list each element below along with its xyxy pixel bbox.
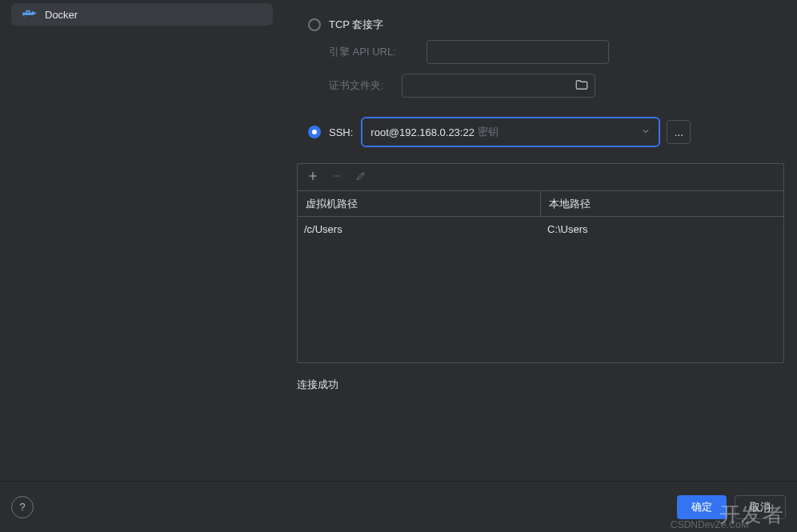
radio-tcp[interactable] [308,18,321,31]
cancel-button[interactable]: 取消 [735,495,786,519]
folder-icon[interactable] [575,78,589,94]
table-body: /c/Users C:\Users [298,217,783,362]
chevron-down-icon [641,126,651,138]
remove-icon[interactable] [331,170,342,184]
sidebar-item-label: Docker [45,9,78,21]
edit-icon[interactable] [355,170,366,184]
table-header: 虚拟机路径 本地路径 [298,191,783,217]
dialog-footer: ? 确定 取消 开发者 CSDNDevZe.CoM [0,481,797,532]
svg-rect-3 [26,10,28,12]
docker-icon [22,9,37,20]
ssh-host: root@192.168.0.23:22 [370,126,475,138]
ssh-auth: 密钥 [478,125,499,139]
cell-local: C:\Users [541,223,783,235]
table-toolbar [298,164,783,191]
cert-folder-input[interactable] [402,74,595,98]
col-local-path: 本地路径 [541,197,783,211]
cell-vm: /c/Users [298,223,541,235]
cert-folder-label: 证书文件夹: [329,78,384,93]
table-row[interactable]: /c/Users C:\Users [298,217,783,241]
sidebar: Docker [0,0,284,481]
ssh-label: SSH: [329,126,353,138]
engine-api-input[interactable] [427,40,609,64]
sidebar-item-docker[interactable]: Docker [11,3,273,26]
ok-button[interactable]: 确定 [677,495,727,519]
path-mapping-table: 虚拟机路径 本地路径 /c/Users C:\Users [297,163,784,363]
tcp-label: TCP 套接字 [329,18,383,32]
connection-status: 连接成功 [297,378,784,392]
help-button[interactable]: ? [11,496,34,518]
watermark-sub: CSDNDevZe.CoM [671,519,749,530]
col-vm-path: 虚拟机路径 [298,191,541,216]
radio-ssh[interactable] [308,126,321,138]
add-icon[interactable] [307,170,318,184]
svg-rect-4 [29,10,30,12]
engine-api-label: 引擎 API URL: [329,45,396,59]
settings-panel: TCP 套接字 引擎 API URL: 证书文件夹: [284,0,797,481]
ssh-more-button[interactable]: ... [667,120,691,144]
ssh-combo[interactable]: root@192.168.0.23:22 密钥 [361,117,660,147]
